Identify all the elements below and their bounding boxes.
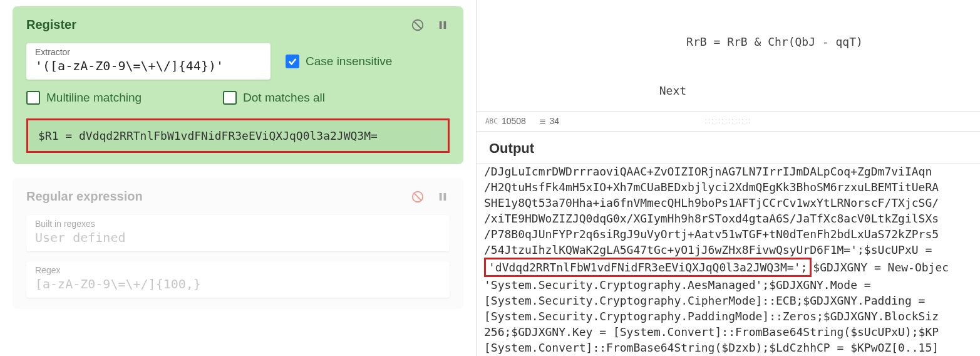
dot-matches-label: Dot matches all [243, 91, 325, 105]
code-line: RrB = RrB & Chr(QbJ - qqT) [483, 34, 974, 50]
disable-icon[interactable] [411, 18, 425, 32]
left-panel: Register Extractor '([a-zA-Z0-9\=\+\/]{4… [0, 0, 476, 356]
svg-line-5 [415, 193, 421, 200]
extractor-input[interactable]: Extractor '([a-zA-Z0-9\=\+\/]{44})' [26, 43, 271, 80]
pause-icon[interactable] [436, 190, 450, 204]
svg-rect-2 [440, 21, 442, 29]
register-card-actions [411, 18, 450, 32]
output-line: /H2QtuHsfFk4mH5xIO+Xh7mCUaBEDxbjlyci2Xdm… [484, 179, 972, 195]
regex-card-actions [411, 190, 450, 204]
builtin-regex-input[interactable]: Built in regexes User defined [26, 215, 450, 251]
output-line: /54JtzuIhzlKQWaK2gLA5G47tGc+yO1jJ6wZHx8F… [484, 242, 972, 258]
output-line: /P78B0qJUnFYPr2q6siRgJ9uVyOrtj+Aatv51wTG… [484, 226, 972, 242]
register-options-row: Multiline matching Dot matches all [26, 91, 450, 105]
regex-input[interactable]: Regex [a-zA-Z0-9\=\+/]{100,} [26, 261, 450, 298]
output-highlighted-match: 'dVdqd2RRTnlFbW1vdFNidFR3eEViQXJqQ0l3a2J… [484, 258, 812, 277]
dot-matches-option[interactable]: Dot matches all [223, 91, 325, 105]
line-count-icon: ≡ [540, 115, 546, 127]
output-line: [System.Convert]::FromBase64String($Dzxb… [484, 340, 972, 355]
char-count-icon: ABC [485, 117, 498, 125]
drag-handle-icon[interactable]: :::::::::::::: [705, 117, 752, 125]
char-count-status: ABC 10508 [485, 116, 526, 126]
regex-card: Regular expression Built in regexes User… [13, 178, 463, 309]
line-count-status: ≡ 34 [540, 115, 559, 127]
register-result: $R1 = dVdqd2RRTnlFbW1vdFNidFR3eEViQXJqQ0… [26, 118, 450, 153]
regex-header: Regular expression [26, 189, 450, 204]
status-bar: ABC 10508 ≡ 34 :::::::::::::: [477, 111, 980, 132]
dot-matches-checkbox[interactable] [223, 91, 237, 105]
output-highlight-line: 'dVdqd2RRTnlFbW1vdFNidFR3eEViQXJqQ0l3a2J… [484, 258, 972, 277]
output-line: [System.Security.Cryptography.PaddingMod… [484, 308, 972, 324]
regex-value: [a-zA-Z0-9\=\+/]{100,} [35, 276, 201, 291]
svg-rect-7 [444, 193, 446, 201]
regex-label: Regex [35, 265, 441, 275]
output-line: SHE1y8Qt53a70Hha+ia6fnVMmecQHLh9boPs1AFT… [484, 195, 972, 211]
register-card: Register Extractor '([a-zA-Z0-9\=\+\/]{4… [13, 6, 463, 164]
line-count-value: 34 [549, 116, 559, 126]
builtin-regex-label: Built in regexes [35, 219, 441, 229]
output-line: /xiTE9HDWoZIZJQ0dqG0x/XGIymHh9h8rSToxd4g… [484, 211, 972, 226]
case-insensitive-label: Case insensitive [306, 55, 392, 68]
output-line: /DJgLuIcmrDWDrrraoviQAAC+ZvOIZIORjnAG7LN… [484, 164, 972, 179]
svg-line-1 [415, 21, 421, 28]
register-title: Register [26, 18, 76, 32]
svg-rect-3 [444, 21, 446, 29]
code-line: Next [483, 83, 974, 99]
pause-icon[interactable] [436, 18, 450, 32]
output-body[interactable]: /DJgLuIcmrDWDrrraoviQAAC+ZvOIZIORjnAG7LN… [477, 163, 980, 356]
output-line: 256;$GDJXGNY.Key = [System.Convert]::Fro… [484, 324, 972, 340]
case-insensitive-checkbox[interactable] [286, 55, 299, 68]
extractor-row: Extractor '([a-zA-Z0-9\=\+\/]{44})' Case… [26, 43, 450, 80]
output-title: Output [477, 132, 980, 163]
multiline-label: Multiline matching [46, 91, 142, 105]
output-line: [System.Security.Cryptography.CipherMode… [484, 293, 972, 308]
char-count-value: 10508 [502, 116, 526, 126]
source-code-snippet: RrB = RrB & Chr(QbJ - qqT) Next [477, 0, 980, 111]
case-insensitive-option[interactable]: Case insensitive [286, 55, 392, 68]
multiline-checkbox[interactable] [26, 91, 40, 105]
extractor-label: Extractor [35, 47, 262, 57]
svg-rect-6 [440, 193, 442, 201]
extractor-value: '([a-zA-Z0-9\=\+\/]{44})' [35, 58, 224, 73]
multiline-option[interactable]: Multiline matching [26, 91, 142, 105]
output-line-tail: $GDJXGNY = New-Objec [813, 261, 949, 274]
builtin-regex-value: User defined [35, 230, 126, 245]
register-header: Register [26, 18, 450, 32]
right-panel: RrB = RrB & Chr(QbJ - qqT) Next ABC 1050… [476, 0, 980, 356]
regex-title: Regular expression [26, 189, 143, 204]
disable-icon[interactable] [411, 190, 425, 204]
output-line: 'System.Security.Cryptography.AesManaged… [484, 277, 972, 293]
